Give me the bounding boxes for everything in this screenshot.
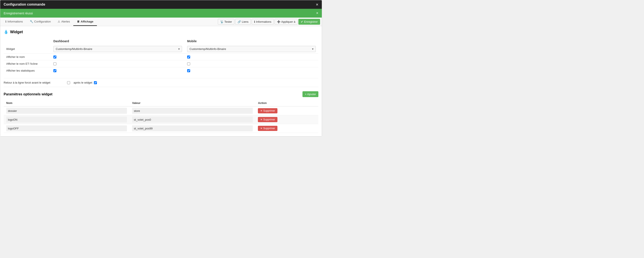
modal-header: Configuration commande ×	[0, 0, 322, 9]
afficher-nom-icone-dashboard-checkbox[interactable]	[54, 62, 56, 65]
droplet-icon: 💧	[4, 30, 8, 34]
enregistrer-button[interactable]: ✔ Enregistrer	[298, 19, 320, 25]
param-action-cell: ✕ Supprimer	[255, 106, 318, 115]
afficher-statistiques-mobile-cell	[184, 67, 318, 74]
info-toolbar-icon: ℹ	[254, 20, 255, 23]
dashboard-widget-select[interactable]: Customtemp/Multiinfo-Binaire	[54, 46, 182, 52]
afficher-statistiques-dashboard-cell	[51, 67, 184, 74]
mobile-widget-select-wrapper: Customtemp/Multiinfo-Binaire ▼	[187, 46, 316, 52]
dashboard-header: Dashboard	[51, 38, 184, 44]
toolbar-buttons: 📡 Tester 🔗 Liens ℹ Informations ➕ Appliq…	[218, 18, 320, 26]
line-break-section: Retour à la ligne forcé avant le widget …	[4, 78, 318, 87]
afficher-nom-icone-mobile-cell	[184, 60, 318, 67]
nav-tabs: ℹ Informations 🔧 Configuration ⚠ Alertes…	[2, 18, 97, 26]
line-break-apres-item: après le widget	[74, 81, 97, 84]
afficher-nom-icone-mobile-checkbox[interactable]	[187, 62, 190, 65]
tester-button[interactable]: 📡 Tester	[218, 19, 234, 25]
param-nom-value: dossier	[6, 108, 127, 114]
widget-grid: Dashboard Mobile Widget Customtemp/Multi…	[4, 38, 318, 74]
content-area: 💧 Widget Dashboard Mobile Widget Customt…	[0, 26, 322, 136]
tab-alertes[interactable]: ⚠ Alertes	[54, 18, 73, 26]
nav-tabs-container: ℹ Informations 🔧 Configuration ⚠ Alertes…	[0, 18, 322, 26]
mobile-widget-cell: Customtemp/Multiinfo-Binaire ▼	[184, 44, 318, 53]
dashboard-widget-cell: Customtemp/Multiinfo-Binaire ▼	[51, 44, 184, 53]
afficher-nom-mobile-checkbox[interactable]	[187, 56, 190, 58]
table-row: logoON st_volet_pos0 ✕ Supprimer	[4, 115, 318, 124]
link-icon: 🔗	[238, 20, 241, 23]
save-icon: ✔	[301, 20, 303, 23]
line-break-apres-label: après le widget	[74, 81, 92, 84]
param-valeur-value: st_volet_pos0	[132, 116, 253, 122]
optional-params-title: Paramètres optionnels widget	[4, 92, 52, 96]
mobile-header: Mobile	[184, 38, 318, 44]
widget-label: Widget	[4, 44, 51, 53]
table-row: logoOFF st_volet_pos99 ✕ Supprimer	[4, 124, 318, 133]
alert-close-button[interactable]: ×	[316, 11, 318, 16]
config-icon: 🔧	[30, 20, 33, 23]
afficher-statistiques-dashboard-checkbox[interactable]	[54, 69, 56, 72]
param-valeur-cell: st_volet_pos0	[130, 115, 255, 124]
tab-affichage[interactable]: 🖥 Affichage	[73, 18, 97, 26]
supprimer-button[interactable]: ✕ Supprimer	[258, 126, 278, 131]
supprimer-button[interactable]: ✕ Supprimer	[258, 117, 278, 122]
modal-close-button[interactable]: ×	[316, 2, 318, 7]
info-icon: ℹ	[5, 20, 6, 23]
alert-icon: ⚠	[58, 20, 60, 23]
col-action-header: Action	[255, 100, 318, 106]
appliquer-button[interactable]: ➕ Appliquer à	[274, 19, 298, 25]
afficher-statistiques-label: Afficher les statistiques	[4, 67, 51, 74]
param-nom-value: logoOFF	[6, 125, 127, 131]
informations-toolbar-button[interactable]: ℹ Informations	[252, 19, 274, 25]
tab-configuration[interactable]: 🔧 Configuration	[26, 18, 54, 26]
tab-informations[interactable]: ℹ Informations	[2, 18, 26, 26]
supprimer-button[interactable]: ✕ Supprimer	[258, 108, 278, 113]
grid-label-header	[4, 38, 51, 44]
afficher-nom-label: Afficher le nom	[4, 53, 51, 60]
modal-title: Configuration commande	[4, 2, 45, 6]
line-break-avant-label: Retour à la ligne forcé avant le widget	[4, 81, 64, 84]
param-action-cell: ✕ Supprimer	[255, 115, 318, 124]
table-row: dossier store ✕ Supprimer	[4, 106, 318, 115]
param-nom-cell: logoON	[4, 115, 130, 124]
widget-section-title: 💧 Widget	[4, 30, 318, 34]
mobile-widget-select[interactable]: Customtemp/Multiinfo-Binaire	[187, 46, 316, 52]
afficher-nom-icone-dashboard-cell	[51, 60, 184, 67]
param-nom-cell: logoOFF	[4, 124, 130, 133]
dashboard-widget-select-wrapper: Customtemp/Multiinfo-Binaire ▼	[54, 46, 182, 52]
apply-icon: ➕	[277, 20, 280, 23]
line-break-avant-item	[67, 81, 70, 84]
rss-icon: 📡	[220, 20, 224, 23]
line-break-avant-checkbox[interactable]	[67, 81, 70, 84]
display-icon: 🖥	[77, 20, 80, 23]
col-nom-header: Nom	[4, 100, 130, 106]
liens-button[interactable]: 🔗 Liens	[235, 19, 251, 25]
alert-message: Enregistrement réussi	[4, 12, 33, 15]
afficher-nom-icone-label: Afficher le nom ET l'icône	[4, 60, 51, 67]
col-valeur-header: Valeur	[130, 100, 255, 106]
afficher-nom-mobile-cell	[184, 53, 318, 60]
line-break-apres-checkbox[interactable]	[94, 81, 97, 84]
ajouter-button[interactable]: + Ajouter	[302, 91, 318, 97]
modal-container: Configuration commande × Enregistrement …	[0, 0, 322, 136]
param-valeur-cell: st_volet_pos99	[130, 124, 255, 133]
optional-params-header: Paramètres optionnels widget + Ajouter	[4, 91, 318, 97]
afficher-statistiques-mobile-checkbox[interactable]	[187, 69, 190, 72]
alert-success-banner: Enregistrement réussi ×	[0, 9, 322, 18]
param-valeur-cell: store	[130, 106, 255, 115]
params-table-header-row: Nom Valeur Action	[4, 100, 318, 106]
param-nom-value: logoON	[6, 116, 127, 122]
param-nom-cell: dossier	[4, 106, 130, 115]
param-valeur-value: store	[132, 108, 253, 114]
params-table: Nom Valeur Action dossier store ✕ Suppri…	[4, 100, 318, 133]
param-action-cell: ✕ Supprimer	[255, 124, 318, 133]
param-valeur-value: st_volet_pos99	[132, 125, 253, 131]
afficher-nom-dashboard-cell	[51, 53, 184, 60]
optional-params-section: Paramètres optionnels widget + Ajouter N…	[4, 91, 318, 133]
afficher-nom-dashboard-checkbox[interactable]	[54, 56, 56, 58]
